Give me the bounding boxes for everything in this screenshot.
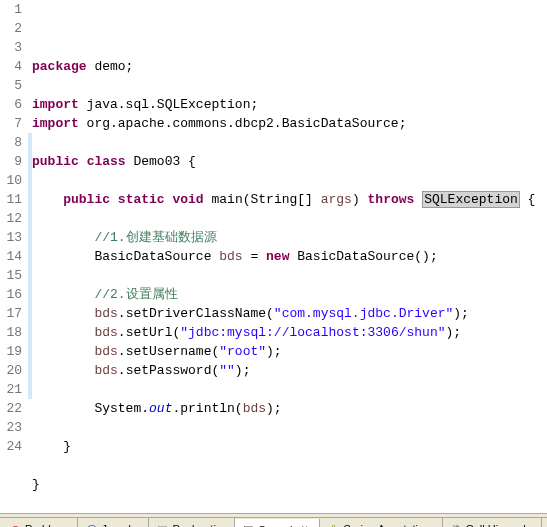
code-line[interactable]: //1.创建基础数据源 — [28, 228, 547, 247]
line-number: 18 — [0, 323, 22, 342]
code-line[interactable] — [28, 133, 547, 152]
code-line[interactable]: bds.setUrl("jdbc:mysql://localhost:3306/… — [28, 323, 547, 342]
problems-icon: ⊘ — [8, 522, 22, 527]
code-line[interactable] — [28, 209, 547, 228]
code-line[interactable]: System.out.println(bds); — [28, 399, 547, 418]
line-number: 5 — [0, 76, 22, 95]
tab-label: Javadoc — [101, 523, 142, 527]
line-number: 17 — [0, 304, 22, 323]
line-number: 24 — [0, 437, 22, 456]
console-icon: ▣ — [241, 523, 255, 528]
tab-javadoc[interactable]: @ Javadoc — [78, 518, 149, 527]
line-number: 8 — [0, 133, 22, 152]
line-number: 10 — [0, 171, 22, 190]
line-number: 11 — [0, 190, 22, 209]
tab-spring[interactable]: ❀ Spring Annotations — [320, 518, 442, 527]
line-number: 6 — [0, 95, 22, 114]
bottom-tabs: ⊘ Problems @ Javadoc ▤ Declaration ▣ Con… — [0, 517, 547, 527]
code-line[interactable]: bds.setPassword(""); — [28, 361, 547, 380]
tab-declaration[interactable]: ▤ Declaration — [149, 518, 235, 527]
tab-label: Problems — [25, 523, 71, 527]
line-number: 1 — [0, 0, 22, 19]
code-editor[interactable]: 123456789101112131415161718192021222324 … — [0, 0, 547, 513]
tab-label: Spring Annotations — [343, 523, 435, 527]
code-line[interactable]: import java.sql.SQLException; — [28, 95, 547, 114]
code-line[interactable]: } — [28, 437, 547, 456]
tab-label: Call Hierarchy — [466, 523, 535, 527]
code-line[interactable] — [28, 171, 547, 190]
tab-label: Declaration — [172, 523, 228, 527]
line-number: 4 — [0, 57, 22, 76]
code-line[interactable]: bds.setDriverClassName("com.mysql.jdbc.D… — [28, 304, 547, 323]
spring-icon: ❀ — [326, 522, 340, 527]
line-number: 19 — [0, 342, 22, 361]
code-line[interactable]: } — [28, 475, 547, 494]
code-line[interactable]: BasicDataSource bds = new BasicDataSourc… — [28, 247, 547, 266]
declaration-icon: ▤ — [155, 522, 169, 527]
code-line[interactable]: public class Demo03 { — [28, 152, 547, 171]
tab-problems[interactable]: ⊘ Problems — [2, 518, 78, 527]
code-line[interactable]: import org.apache.commons.dbcp2.BasicDat… — [28, 114, 547, 133]
code-line[interactable]: //2.设置属性 — [28, 285, 547, 304]
code-line[interactable] — [28, 76, 547, 95]
line-number: 14 — [0, 247, 22, 266]
line-number: 9 — [0, 152, 22, 171]
line-number: 12 — [0, 209, 22, 228]
code-area[interactable]: package demo;import java.sql.SQLExceptio… — [28, 0, 547, 513]
code-line[interactable] — [28, 380, 547, 399]
line-number: 20 — [0, 361, 22, 380]
line-number: 13 — [0, 228, 22, 247]
code-line[interactable] — [28, 266, 547, 285]
code-line[interactable] — [28, 418, 547, 437]
javadoc-icon: @ — [84, 522, 98, 527]
line-number: 2 — [0, 19, 22, 38]
tab-callhierarchy[interactable]: ⇵ Call Hierarchy — [443, 518, 542, 527]
close-icon[interactable]: ✕ — [301, 524, 313, 528]
line-gutter: 123456789101112131415161718192021222324 — [0, 0, 28, 513]
code-line[interactable] — [28, 456, 547, 475]
code-line[interactable]: public static void main(String[] args) t… — [28, 190, 547, 209]
tab-console[interactable]: ▣ Console ✕ — [235, 519, 320, 527]
line-number: 16 — [0, 285, 22, 304]
code-line[interactable]: package demo; — [28, 57, 547, 76]
line-number: 15 — [0, 266, 22, 285]
line-number: 23 — [0, 418, 22, 437]
line-number: 7 — [0, 114, 22, 133]
line-number: 22 — [0, 399, 22, 418]
code-line[interactable] — [28, 494, 547, 513]
line-number: 21 — [0, 380, 22, 399]
change-marker — [28, 133, 32, 399]
callhier-icon: ⇵ — [449, 522, 463, 527]
tab-label: Console — [258, 524, 298, 528]
code-line[interactable]: bds.setUsername("root"); — [28, 342, 547, 361]
line-number: 3 — [0, 38, 22, 57]
